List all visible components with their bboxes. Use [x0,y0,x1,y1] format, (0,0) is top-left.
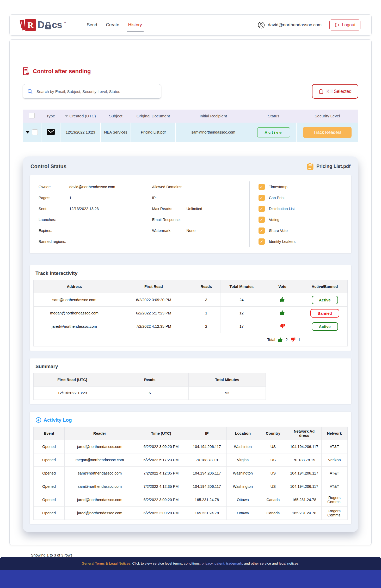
cell-first-read-utc: 12/13/2022 13:23 [34,387,111,400]
cell-network: AT&T [321,440,347,453]
thumbs-up-icon [279,296,285,302]
page-title: Control after sending [23,67,358,75]
sort-desc-icon[interactable] [65,115,68,117]
cell-location: Washington [226,480,259,493]
col-created: Created (UTC) [60,110,101,123]
col-status[interactable]: Status [251,110,296,123]
activity-log-header[interactable]: Activity Log [35,417,348,423]
cell-country: US [259,453,287,467]
cell-reads: 6 [111,387,188,400]
table-row: Opened sam@northendassoc.com 7/2/2022 4:… [34,467,348,480]
cell-network-address: 104.194.206.117 [287,480,321,493]
cell-ip: 165.231.24.78 [187,507,226,520]
table-row[interactable]: 12/13/2022 13:23 NEA Services Pricing Li… [23,123,358,142]
legal-footer: General Terms & Legal Notices: Click to … [0,557,381,570]
checked-checkbox-icon[interactable]: ✓ [259,206,265,212]
footer-legal-title: General Terms & Legal Notices: [82,561,131,565]
col-type[interactable]: Type [41,110,60,123]
ip-label: IP: [152,196,186,200]
main-nav: Send Create History [86,21,143,29]
active-badge[interactable]: Active [312,322,338,331]
sent-documents-header-row: Type Created (UTC) Subject Original Docu… [23,110,358,123]
select-all-checkbox[interactable] [29,113,35,118]
search-box [23,84,161,99]
watermark-label: Watermark: [152,229,186,233]
total-label: Total [267,338,275,342]
details-column-middle: Allowed Domains: IP: Max Reads:Unlimited… [143,181,249,247]
security-level-button[interactable]: Track Readers [303,127,352,138]
watermark-value: None [186,229,195,233]
max-reads-value: Unlimited [186,207,202,211]
cell-location: Washinton [226,440,259,453]
active-badge[interactable]: Active [312,296,338,304]
search-icon [27,88,33,94]
search-input[interactable] [36,89,157,94]
cell-network-address: 165.231.24.78 [287,493,321,507]
banned-badge[interactable]: Banned [310,309,339,318]
cell-network-address: 104.194.206.117 [287,467,321,480]
cell-network: Verizon [321,453,347,467]
cell-event: Opened [34,440,65,453]
cell-network: AT&T [321,467,347,480]
col-original-document[interactable]: Original Document [131,110,176,123]
cell-reader: jared@northendassoc.com [65,493,135,507]
col-reader: Reader [65,427,135,440]
cell-original-document: Pricing List.pdf [131,123,176,142]
table-row: Opened jared@northendassoc.com 6/2/2022 … [34,493,348,507]
checked-checkbox-icon[interactable]: ✓ [259,238,265,245]
col-created-label[interactable]: Created (UTC) [69,114,96,118]
cell-country: US [259,440,287,453]
cell-created: 12/13/2022 13:23 [60,123,101,142]
cell-country: US [259,480,287,493]
checked-checkbox-icon[interactable]: ✓ [259,195,265,201]
col-total-minutes: Total Minutes [188,373,266,387]
col-subject[interactable]: Subject [101,110,131,123]
checked-checkbox-icon[interactable]: ✓ [259,217,265,223]
cell-reader: sam@northendassoc.com [65,467,135,480]
option-can-print: Can Print [269,196,285,200]
cell-country: Canada [259,493,287,507]
page-title-text: Control after sending [33,68,91,75]
expires-label: Expires: [39,229,69,233]
nav-item-create[interactable]: Create [106,21,120,29]
checked-checkbox-icon[interactable]: ✓ [259,184,265,190]
col-total-minutes: Total Minutes [220,280,263,293]
col-initial-recipient[interactable]: Initial Recipient [176,110,251,123]
logo-word-cs: cs [52,20,62,30]
status-badge[interactable]: Active [257,127,290,137]
rdocs-logo[interactable]: R D cs ™ [21,19,66,31]
launches-label: Launches: [39,218,69,222]
total-up-count: 2 [286,338,288,342]
col-country: Country [259,427,287,440]
nav-item-send[interactable]: Send [86,21,98,29]
cell-event: Opened [34,453,65,467]
nav-item-history[interactable]: History [128,21,143,29]
cell-location: Virgina [226,453,259,467]
track-interactivity-title: Track Interactivity [35,270,348,276]
option-distribution-list: Distribution List [269,207,295,211]
option-voting: Voting [269,218,279,222]
cell-initial-recipient: sam@northendassoc.com [176,123,251,142]
logout-button[interactable]: Logout [329,20,360,30]
cell-ip: 70.188.78.19 [187,453,226,467]
email-response-label: Email Response: [152,218,186,222]
row-checkbox[interactable] [32,129,38,135]
col-reads: Reads [111,373,188,387]
col-location: Location [226,427,259,440]
cell-ip: 165.231.24.78 [187,493,226,507]
kill-selected-button[interactable]: Kill Selected [312,84,358,99]
col-security-level[interactable]: Security Level [296,110,358,123]
checked-checkbox-icon[interactable]: ✓ [259,227,265,234]
cell-reads: 3 [192,293,220,307]
cell-ip: 104.194.206.117 [187,480,226,493]
cell-ip: 104.194.206.117 [187,467,226,480]
track-interactivity-card: Track Interactivity Address First Read R… [29,265,352,351]
col-active-banned: Active/Banned [302,280,348,293]
row-expander-icon[interactable] [26,131,29,134]
logo-word: D cs [38,20,62,30]
allowed-domains-label: Allowed Domains: [152,185,186,189]
cell-total-minutes: 24 [220,293,263,307]
cell-ip: 104.194.206.117 [187,440,226,453]
document-details-card: Owner:david@northendassoc.com Pages:1 Se… [29,175,352,254]
footer-legal-links[interactable]: privacy, patent, trademark, [202,561,243,565]
